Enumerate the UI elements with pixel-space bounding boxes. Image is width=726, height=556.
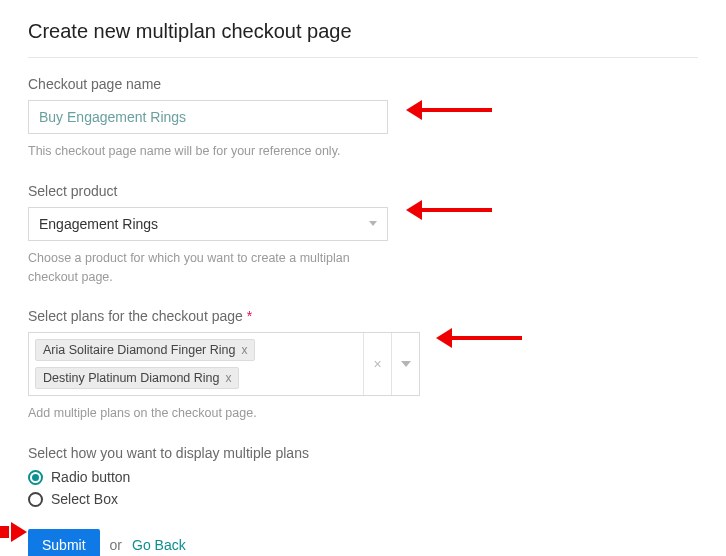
- remove-tag-icon[interactable]: x: [241, 343, 247, 357]
- field-display-mode: Select how you want to display multiple …: [28, 445, 698, 507]
- checkout-name-input[interactable]: [28, 100, 388, 134]
- field-select-plans: Select plans for the checkout page * Ari…: [28, 308, 698, 423]
- plans-dropdown-toggle[interactable]: [391, 333, 419, 395]
- plan-tag: Destiny Platinum Diamond Ring x: [35, 367, 239, 389]
- radio-icon: [28, 492, 43, 507]
- arrow-annotation-icon: [406, 100, 492, 120]
- plan-tag: Aria Solitaire Diamond Finger Ring x: [35, 339, 255, 361]
- radio-label: Select Box: [51, 491, 118, 507]
- plan-tag-label: Destiny Platinum Diamond Ring: [43, 371, 219, 385]
- radio-label: Radio button: [51, 469, 130, 485]
- field-select-product: Select product Engagement Rings Choose a…: [28, 183, 698, 287]
- plans-multiselect[interactable]: Aria Solitaire Diamond Finger Ring x Des…: [28, 332, 420, 396]
- divider: [28, 57, 698, 58]
- clear-all-icon[interactable]: ×: [363, 333, 391, 395]
- label-select-product: Select product: [28, 183, 698, 199]
- submit-button[interactable]: Submit: [28, 529, 100, 556]
- go-back-link[interactable]: Go Back: [132, 537, 186, 553]
- radio-option-select-box[interactable]: Select Box: [28, 491, 698, 507]
- form-actions: Submit or Go Back: [28, 529, 698, 556]
- required-mark: *: [247, 308, 252, 324]
- arrow-annotation-icon: [406, 200, 492, 220]
- chevron-down-icon: [401, 361, 411, 367]
- or-text: or: [110, 537, 122, 553]
- helper-checkout-name: This checkout page name will be for your…: [28, 142, 398, 161]
- label-display-mode: Select how you want to display multiple …: [28, 445, 698, 461]
- label-checkout-name: Checkout page name: [28, 76, 698, 92]
- helper-select-product: Choose a product for which you want to c…: [28, 249, 398, 287]
- label-select-plans: Select plans for the checkout page *: [28, 308, 698, 324]
- page-title: Create new multiplan checkout page: [28, 20, 698, 43]
- plan-tag-label: Aria Solitaire Diamond Finger Ring: [43, 343, 235, 357]
- chevron-down-icon: [369, 221, 377, 226]
- helper-select-plans: Add multiple plans on the checkout page.: [28, 404, 398, 423]
- product-select-value: Engagement Rings: [39, 216, 158, 232]
- arrow-annotation-icon: [0, 522, 27, 542]
- field-checkout-name: Checkout page name This checkout page na…: [28, 76, 698, 161]
- plans-tags: Aria Solitaire Diamond Finger Ring x Des…: [29, 333, 363, 395]
- remove-tag-icon[interactable]: x: [225, 371, 231, 385]
- product-select[interactable]: Engagement Rings: [28, 207, 388, 241]
- radio-option-radio-button[interactable]: Radio button: [28, 469, 698, 485]
- arrow-annotation-icon: [436, 328, 522, 348]
- radio-icon: [28, 470, 43, 485]
- label-select-plans-text: Select plans for the checkout page: [28, 308, 243, 324]
